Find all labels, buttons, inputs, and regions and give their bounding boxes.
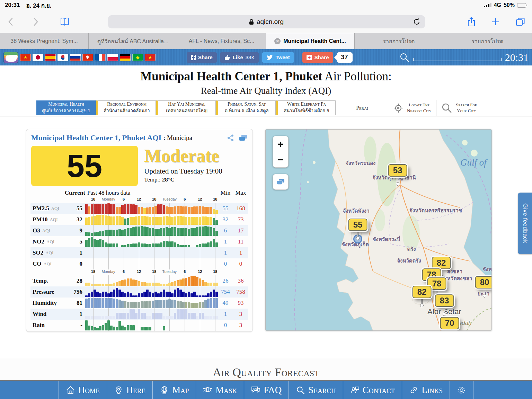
marker-aqi-value[interactable]: 82 [413, 286, 432, 298]
footer-item-settings[interactable] [450, 381, 473, 399]
max-value: 3 [233, 320, 248, 331]
station-tab[interactable]: Municipal Healthศูนย์บริการสาธารณสุข 1 [36, 100, 96, 115]
map-zoom-out-button[interactable]: − [273, 152, 288, 167]
history-chart-so2[interactable] [85, 247, 218, 258]
marker-aqi-value[interactable]: 80 [475, 276, 492, 289]
axis-tick-label: 18 [91, 197, 95, 201]
station-tab[interactable]: White Elephant Paสนามโรงพิธีช้างเผือก ย [276, 100, 336, 115]
flag-hong-kong-icon[interactable]: ✱ [82, 54, 93, 61]
history-chart-wind[interactable] [85, 309, 218, 320]
marker-aqi-value[interactable]: 83 [435, 294, 454, 307]
station-tab[interactable]: Phiman, Satun, Satต.พิมาน อ.เมือง จ.สตูล [216, 100, 276, 115]
browser-tab[interactable]: รายการโปรด [355, 33, 443, 49]
footer-item-here[interactable]: Here [107, 381, 152, 399]
facebook-share-button[interactable]: Share [187, 52, 217, 63]
browser-tab[interactable]: ดูทีวีออนไลน์ ABC Australia... [89, 33, 177, 49]
footer-item-home[interactable]: Home [59, 381, 107, 399]
lock-icon [249, 19, 254, 25]
browser-tab[interactable]: รายการโปรด [443, 33, 532, 49]
page-subtitle: Real-time Air Quality Index (AQI) [0, 86, 532, 96]
station-tab[interactable]: Regional Environmสำนักงานสิ่งแวดล้อมภา [96, 100, 156, 115]
marker-aqi-value[interactable]: 55 [348, 219, 367, 231]
copy-icon[interactable] [239, 134, 248, 142]
aqi-level: Moderate [144, 146, 222, 166]
aqicn-logo[interactable] [3, 52, 18, 63]
min-value: 32 [218, 214, 233, 225]
axis-tick-label: 18 [91, 269, 95, 274]
min-value: 1 [218, 309, 233, 320]
station-name-en: Regional Environm [98, 101, 156, 107]
addthis-share-button[interactable]: + Share [302, 52, 333, 63]
footer-item-search[interactable]: Search [289, 381, 343, 399]
history-chart-pm25[interactable] [85, 203, 218, 214]
battery-percent: 50% [504, 2, 515, 8]
tab-title: รายการโปรด [472, 37, 504, 46]
footer-item-mask[interactable]: Mask [196, 381, 244, 399]
share-nodes-icon[interactable] [227, 134, 234, 142]
header-search-input[interactable] [413, 54, 502, 61]
reload-button[interactable] [413, 18, 421, 26]
locate-nearest-city[interactable]: Locate TheNearest City [388, 100, 436, 116]
flag-south-korea-icon[interactable] [57, 54, 68, 61]
search-your-city[interactable]: Search ForYour City [436, 100, 482, 116]
flag-russia-icon[interactable] [70, 54, 81, 61]
tab-title: 38 Weeks Pregnant: Sym... [10, 38, 78, 44]
browser-tab[interactable]: 38 Weeks Pregnant: Sym... [0, 33, 89, 49]
current-value: 9 [69, 225, 85, 236]
facebook-like-button[interactable]: Like 33K [220, 52, 259, 63]
history-chart-co[interactable] [85, 258, 218, 269]
footer-item-label: FAQ [264, 385, 282, 396]
min-value: 1 [218, 236, 233, 247]
map-layers-button[interactable] [273, 174, 289, 190]
footer-item-label: Links [422, 385, 443, 396]
footer-item-contact[interactable]: Contact [343, 381, 402, 399]
flag-japan-icon[interactable] [33, 54, 43, 61]
station-title-link[interactable]: Municipal Health Center 1, Phuket AQI [31, 133, 161, 142]
history-chart-rain[interactable] [85, 320, 218, 331]
plus-icon: + [307, 55, 312, 60]
history-chart-temp[interactable] [85, 275, 218, 286]
station-name-en: Municipal Health [37, 101, 96, 107]
browser-tab[interactable]: AFL - News, Fixtures, Sc... [177, 33, 266, 49]
flag-france-icon[interactable] [95, 54, 106, 61]
tweet-button[interactable]: Tweet [262, 52, 294, 63]
tabs-button[interactable] [515, 17, 525, 26]
status-bar: 20:31 อ. 24 ก.ย. 4G 50% [0, 0, 532, 10]
footer-item-map[interactable]: Map [152, 381, 196, 399]
footer-item-faq[interactable]: FAQFAQ [244, 381, 289, 399]
flag-vietnam-icon[interactable]: ★ [145, 54, 156, 61]
give-feedback-button[interactable]: Give feedback [518, 193, 532, 254]
header-search-icon[interactable] [399, 52, 410, 63]
marker-aqi-value[interactable]: 53 [388, 164, 407, 177]
history-chart-pm10[interactable] [85, 214, 218, 225]
flag-spain-icon[interactable] [45, 54, 56, 61]
marker-aqi-value[interactable]: 82 [432, 257, 451, 269]
station-tab[interactable]: Hat Yai Municipalเทศบาลนครหาดใหญ่ [156, 100, 216, 115]
station-tab-perai[interactable]: Perai [336, 100, 388, 116]
bookmarks-icon[interactable] [60, 17, 75, 26]
flag-germany-icon[interactable] [120, 54, 131, 61]
flag-poland-icon[interactable] [107, 54, 118, 61]
history-chart-pressure[interactable] [85, 286, 218, 298]
map-zoom-in-button[interactable]: + [273, 136, 288, 152]
language-flags: ★✱◆★ [20, 54, 156, 61]
back-button[interactable] [7, 17, 22, 26]
flag-china-icon[interactable]: ★ [20, 54, 31, 61]
history-chart-humidity[interactable] [85, 298, 218, 309]
footer-item-links[interactable]: Links [402, 381, 450, 399]
current-value: 756 [69, 286, 85, 298]
history-chart-o3[interactable] [85, 225, 218, 236]
aqi-map[interactable]: จังหวัดระนองจังหวัดสุราษฎร์ธานีGulf ofจั… [265, 129, 492, 331]
history-chart-no2[interactable] [85, 236, 218, 247]
flag-brazil-icon[interactable]: ◆ [132, 54, 143, 61]
marker-aqi-value[interactable]: 70 [440, 317, 459, 329]
new-tab-button[interactable] [491, 17, 500, 26]
browser-tab[interactable]: ✕Municipal Health Cent... [266, 33, 355, 49]
url-text: aqicn.org [257, 18, 284, 26]
share-button[interactable] [467, 17, 476, 27]
forward-button[interactable] [32, 17, 47, 26]
data-row-so2: SO2AQI111 [30, 247, 248, 258]
address-bar[interactable]: aqicn.org [108, 15, 425, 28]
close-tab-icon[interactable]: ✕ [274, 38, 281, 44]
min-value: 0 [218, 258, 233, 269]
